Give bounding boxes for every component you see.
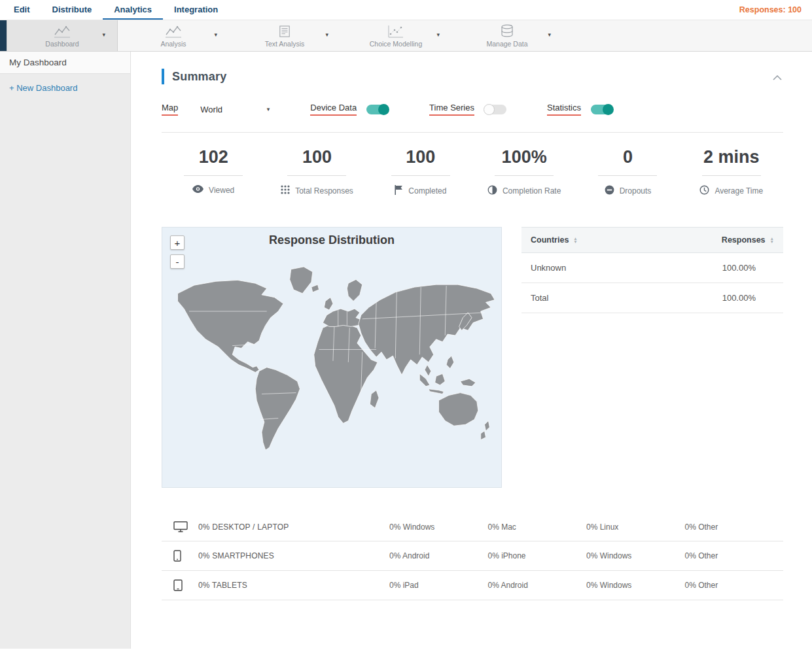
device-cell: 0% Windows <box>389 522 488 532</box>
divider <box>162 132 783 133</box>
stat-label: Completion Rate <box>503 186 561 196</box>
stat-value: 100% <box>495 147 554 176</box>
line-chart-icon <box>54 24 71 39</box>
stat-viewed: 102 Viewed <box>162 147 265 197</box>
chevron-down-icon[interactable]: ▾ <box>325 31 328 38</box>
zoom-in-button[interactable]: + <box>170 235 185 250</box>
device-data-table: 0% DESKTOP / LAPTOP 0% Windows 0% Mac 0%… <box>162 513 783 600</box>
flag-icon <box>395 185 403 197</box>
device-category: 0% SMARTPHONES <box>198 551 389 560</box>
toolbar-item-label: Text Analysis <box>265 40 305 48</box>
toolbar-accent-strip <box>0 20 7 51</box>
stat-value: 2 mins <box>702 147 761 176</box>
zoom-out-button[interactable]: - <box>170 254 185 269</box>
stat-completion-rate: 100% Completion Rate <box>472 147 576 197</box>
time-series-toggle[interactable] <box>484 105 506 114</box>
responses-count: Responses: 100 <box>739 0 812 20</box>
chevron-down-icon[interactable]: ▾ <box>214 31 217 38</box>
statistics-toggle[interactable] <box>591 105 613 114</box>
stat-average-time: 2 mins Average Time <box>680 147 783 197</box>
device-cell: 0% iPhone <box>488 551 587 560</box>
device-cell: 0% Mac <box>488 522 587 532</box>
clock-icon <box>699 185 709 197</box>
grid-dots-icon <box>281 185 290 196</box>
stat-completed: 100 Completed <box>369 147 472 197</box>
nav-item-distribute[interactable]: Distribute <box>41 0 103 20</box>
chevron-down-icon[interactable]: ▾ <box>436 31 440 38</box>
stat-total-responses: 100 Total Responses <box>265 147 368 197</box>
summary-header: Summary <box>162 69 783 84</box>
nav-item-edit[interactable]: Edit <box>3 0 41 20</box>
world-map[interactable] <box>166 264 497 455</box>
dashboard-sidebar: My Dashboard + New Dashboard <box>0 52 131 649</box>
sidebar-item-my-dashboard[interactable]: My Dashboard <box>0 52 130 74</box>
time-series-control: Time Series <box>429 103 506 116</box>
stat-label: Dropouts <box>620 186 652 196</box>
section-title: Summary <box>172 70 226 84</box>
toolbar-item-choice-modelling[interactable]: Choice Modelling ▾ <box>340 20 451 51</box>
device-cell: 0% Other <box>685 551 784 560</box>
toolbar-item-label: Manage Data <box>486 40 527 48</box>
chevron-down-icon[interactable]: ▾ <box>548 31 551 38</box>
statistics-label: Statistics <box>547 103 581 116</box>
table-row: Total 100.00% <box>521 283 783 313</box>
toolbar-item-dashboard[interactable]: Dashboard ▾ <box>7 20 118 51</box>
toolbar-item-label: Dashboard <box>45 40 79 48</box>
device-cell: 0% Android <box>389 551 488 560</box>
device-cell: 0% Other <box>685 522 784 532</box>
toolbar-item-label: Analysis <box>160 40 186 48</box>
table-row: Unknown 100.00% <box>521 253 783 283</box>
device-data-toggle[interactable] <box>366 105 389 114</box>
map-zoom-controls: + - <box>170 235 185 273</box>
stat-value: 100 <box>287 147 346 176</box>
device-cell: 0% Windows <box>586 551 685 560</box>
map-region-select[interactable]: World ▾ <box>200 105 270 114</box>
table-row: 0% DESKTOP / LAPTOP 0% Windows 0% Mac 0%… <box>162 513 783 541</box>
stat-label: Completed <box>408 186 446 196</box>
top-nav: Edit Distribute Analytics Integration Re… <box>0 0 812 20</box>
sort-icon: ▲▼ <box>770 237 774 243</box>
stat-label: Average Time <box>715 186 763 196</box>
nav-item-integration[interactable]: Integration <box>163 0 229 20</box>
stat-value: 0 <box>598 147 657 176</box>
eye-icon <box>192 185 203 195</box>
top-nav-links: Edit Distribute Analytics Integration <box>0 0 229 20</box>
device-category: 0% DESKTOP / LAPTOP <box>198 522 389 532</box>
toggle-knob <box>484 104 495 115</box>
main-panel: Summary Map World ▾ Device Data Time Ser… <box>131 52 812 649</box>
stat-label: Total Responses <box>295 186 353 196</box>
device-data-label: Device Data <box>310 103 357 116</box>
nav-item-analytics[interactable]: Analytics <box>103 0 163 20</box>
collapse-chevron-icon[interactable] <box>773 71 782 83</box>
analytics-toolbar: Dashboard ▾ Analysis ▾ Text Analysis ▾ C… <box>0 20 812 52</box>
responses-sort-header[interactable]: Responses ▲▼ <box>722 235 774 245</box>
chevron-down-icon[interactable]: ▾ <box>102 31 105 38</box>
response-distribution-map[interactable]: Response Distribution + - <box>162 227 502 488</box>
device-cell: 0% Windows <box>586 581 685 590</box>
desktop-icon <box>173 521 190 532</box>
country-name: Unknown <box>531 263 566 273</box>
device-cell: 0% Android <box>488 581 587 590</box>
stat-value: 100 <box>391 147 450 176</box>
sort-icon: ▲▼ <box>573 237 577 243</box>
toggle-knob <box>378 104 389 115</box>
statistics-control: Statistics <box>547 103 613 116</box>
map-title: Response Distribution <box>162 233 501 247</box>
device-cell: 0% iPad <box>389 581 488 590</box>
countries-sort-header[interactable]: Countries ▲▼ <box>531 235 578 245</box>
countries-header-label: Countries <box>531 235 569 245</box>
toolbar-item-text-analysis[interactable]: Text Analysis ▾ <box>229 20 340 51</box>
table-row: 0% TABLETS 0% iPad 0% Android 0% Windows… <box>162 571 783 600</box>
database-icon <box>501 24 514 39</box>
device-category: 0% TABLETS <box>198 581 389 590</box>
new-dashboard-button[interactable]: + New Dashboard <box>0 74 130 102</box>
toolbar-item-analysis[interactable]: Analysis ▾ <box>118 20 229 51</box>
toolbar-item-manage-data[interactable]: Manage Data ▾ <box>451 20 563 51</box>
device-data-control: Device Data <box>310 103 389 116</box>
countries-table: Countries ▲▼ Responses ▲▼ Unknown 100.00… <box>521 227 783 488</box>
toggle-knob <box>603 104 614 115</box>
stat-label: Viewed <box>209 186 234 195</box>
responses-header-label: Responses <box>722 235 766 245</box>
summary-stats: 102 Viewed 100 Total Responses 100 <box>162 147 783 197</box>
stat-value: 102 <box>184 147 243 176</box>
